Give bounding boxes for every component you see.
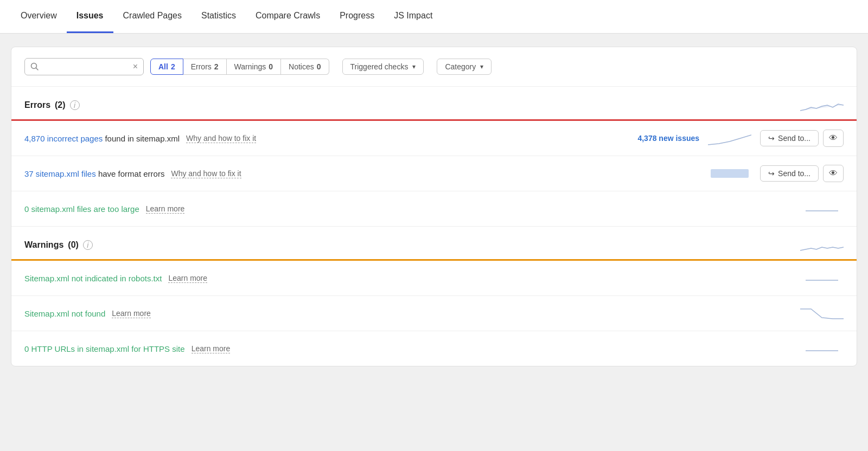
error-3-learn-more[interactable]: Learn more: [146, 204, 185, 214]
top-navigation: Overview Issues Crawled Pages Statistics…: [0, 0, 868, 34]
error-1-text: 4,870 incorrect pages found in sitemap.x…: [24, 134, 629, 143]
search-clear-button[interactable]: ×: [133, 62, 138, 72]
errors-info-icon[interactable]: i: [70, 100, 80, 110]
warning-3-sparkline: [800, 340, 844, 357]
warnings-title: Warnings (0) i: [24, 240, 93, 250]
error-row-1: 4,870 incorrect pages found in sitemap.x…: [11, 121, 857, 156]
nav-overview[interactable]: Overview: [11, 0, 67, 33]
error-row-2: 37 sitemap.xml files have format errors …: [11, 156, 857, 191]
error-2-eye-button[interactable]: 👁: [823, 165, 844, 182]
search-icon: [30, 62, 39, 71]
error-2-send-to-button[interactable]: ↪ Send to...: [760, 165, 819, 182]
error-2-sparkline: [708, 165, 751, 182]
triggered-checks-dropdown[interactable]: Triggered checks ▾: [342, 59, 424, 75]
error-1-send-to-button[interactable]: ↪ Send to...: [760, 130, 819, 146]
nav-crawled-pages[interactable]: Crawled Pages: [113, 0, 192, 33]
warning-2-text: Sitemap.xml not found Learn more: [24, 309, 792, 318]
warning-row-2: Sitemap.xml not found Learn more: [11, 296, 857, 331]
warning-3-learn-more[interactable]: Learn more: [192, 344, 231, 353]
warning-1-text: Sitemap.xml not indicated in robots.txt …: [24, 274, 792, 283]
error-1-eye-button[interactable]: 👁: [823, 130, 844, 147]
errors-title: Errors (2) i: [24, 100, 80, 110]
error-1-link[interactable]: 4,870 incorrect pages: [24, 134, 103, 143]
warnings-sparkline-chart: [800, 235, 844, 255]
warning-1-sparkline: [800, 269, 844, 287]
issues-card: sitemap × All 2 Errors 2 Warnings 0 Noti…: [11, 47, 857, 366]
error-1-actions: ↪ Send to... 👁: [760, 130, 844, 147]
warnings-info-icon[interactable]: i: [83, 240, 93, 250]
filter-tab-notices[interactable]: Notices 0: [281, 59, 329, 75]
main-content: sitemap × All 2 Errors 2 Warnings 0 Noti…: [0, 34, 868, 379]
svg-line-1: [36, 68, 39, 70]
warning-3-text: 0 HTTP URLs in sitemap.xml for HTTPS sit…: [24, 344, 792, 353]
nav-statistics[interactable]: Statistics: [192, 0, 246, 33]
filter-tabs: All 2 Errors 2 Warnings 0 Notices 0: [150, 59, 329, 75]
nav-issues[interactable]: Issues: [67, 0, 113, 33]
error-2-text: 37 sitemap.xml files have format errors …: [24, 169, 699, 178]
warning-row-3: 0 HTTP URLs in sitemap.xml for HTTPS sit…: [11, 331, 857, 366]
warning-1-learn-more[interactable]: Learn more: [168, 274, 207, 283]
filter-tab-warnings[interactable]: Warnings 0: [227, 59, 281, 75]
warning-2-sparkline: [800, 305, 844, 322]
errors-section-header: Errors (2) i: [11, 87, 857, 119]
forward-icon: ↪: [768, 169, 775, 178]
search-input[interactable]: sitemap: [43, 62, 129, 72]
warnings-section-header: Warnings (0) i: [11, 227, 857, 259]
chevron-down-icon: ▾: [412, 63, 416, 70]
error-1-new-issues: 4,378 new issues: [637, 134, 699, 143]
errors-sparkline-chart: [800, 95, 844, 115]
error-row-3: 0 sitemap.xml files are too large Learn …: [11, 191, 857, 227]
filter-tab-all[interactable]: All 2: [150, 59, 183, 75]
nav-compare-crawls[interactable]: Compare Crawls: [246, 0, 330, 33]
eye-icon: 👁: [829, 133, 838, 143]
error-2-why-fix[interactable]: Why and how to fix it: [171, 169, 241, 178]
nav-progress[interactable]: Progress: [330, 0, 384, 33]
error-2-actions: ↪ Send to... 👁: [760, 165, 844, 182]
error-1-why-fix[interactable]: Why and how to fix it: [186, 134, 256, 143]
warning-row-1: Sitemap.xml not indicated in robots.txt …: [11, 261, 857, 296]
error-3-text: 0 sitemap.xml files are too large Learn …: [24, 204, 792, 214]
error-3-sparkline: [800, 200, 844, 217]
nav-js-impact[interactable]: JS Impact: [384, 0, 442, 33]
chevron-down-icon: ▾: [480, 63, 483, 70]
filter-bar: sitemap × All 2 Errors 2 Warnings 0 Noti…: [11, 47, 857, 87]
warning-2-learn-more[interactable]: Learn more: [112, 309, 151, 318]
search-box[interactable]: sitemap ×: [24, 58, 144, 75]
error-2-link[interactable]: 37 sitemap.xml files: [24, 169, 96, 178]
svg-rect-2: [711, 169, 749, 178]
error-1-sparkline: [708, 130, 751, 147]
category-dropdown[interactable]: Category ▾: [437, 59, 492, 75]
eye-icon: 👁: [829, 169, 838, 178]
forward-icon: ↪: [768, 134, 775, 143]
filter-tab-errors[interactable]: Errors 2: [183, 59, 227, 75]
